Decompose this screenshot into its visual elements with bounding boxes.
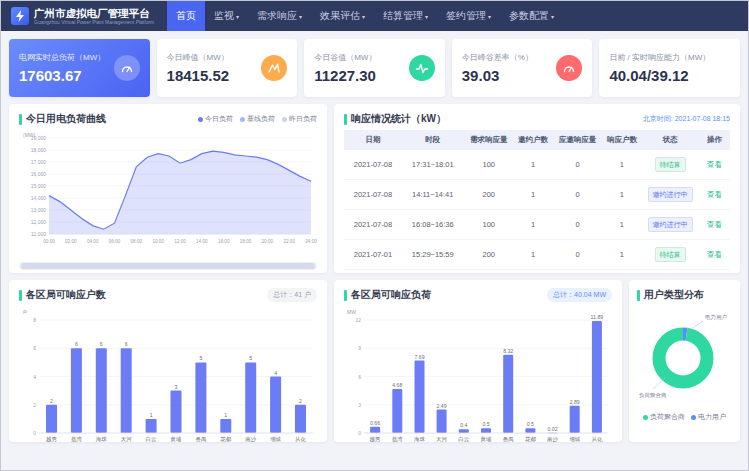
kpi-row: 电网实时总负荷（MW） 17603.67 今日峰值（MW） 18415.52 今… [1,31,748,97]
svg-text:24:00: 24:00 [305,239,317,244]
svg-text:06:00: 06:00 [109,239,121,244]
pulse-icon [409,55,435,81]
kpi-label: 今日峰值（MW） [167,52,230,63]
chevron-down-icon: ▾ [299,13,302,20]
column-header: 需求响应量 [464,130,514,150]
panel-title: 各区局可响应户数 [19,288,106,302]
svg-text:8: 8 [33,317,36,323]
district-load-panel: 各区局可响应负荷 总计：40.04 MW 036912MW0.66越秀4.68荔… [334,280,622,442]
svg-text:(MW): (MW) [23,132,36,138]
svg-text:1: 1 [224,412,227,418]
svg-text:02:00: 02:00 [65,239,77,244]
view-link[interactable]: 查看 [707,250,722,259]
kpi-card-today-valley: 今日谷值（MW） 11227.30 [304,39,445,97]
chevron-down-icon: ▾ [362,13,365,20]
svg-text:6: 6 [100,341,103,347]
view-link[interactable]: 查看 [707,160,722,169]
status-badge: 待结算 [655,157,686,172]
svg-text:0.02: 0.02 [547,426,557,432]
column-header: 状态 [641,130,699,150]
chart-zoom-handle[interactable] [21,263,315,269]
svg-text:6: 6 [33,345,36,351]
svg-text:从化: 从化 [295,436,307,443]
app-subtitle: Guangzhou Virtual Power Plant Management… [34,19,154,25]
svg-text:4: 4 [33,374,36,380]
district-load-chart: 036912MW0.66越秀4.68荔湾7.69海珠2.49天河0.4白云0.5… [344,306,612,446]
svg-text:增城: 增城 [569,436,581,442]
svg-text:0.5: 0.5 [527,421,534,427]
svg-text:11.89: 11.89 [591,314,604,320]
kpi-value: 40.04/39.12 [609,67,710,84]
column-header: 邀约户数 [514,130,553,150]
svg-text:南沙: 南沙 [245,436,257,443]
svg-text:16,000: 16,000 [31,171,47,177]
svg-text:2.49: 2.49 [437,403,447,409]
app-logo-icon [11,7,29,25]
view-link[interactable]: 查看 [707,220,722,229]
legend-item-baseline-load[interactable]: 基线负荷 [240,114,275,124]
svg-text:0.4: 0.4 [460,422,467,428]
svg-text:18:00: 18:00 [240,239,252,244]
legend-item-today-load[interactable]: 今日负荷 [198,114,233,124]
svg-text:6: 6 [125,341,128,347]
kpi-card-realtime-total-load: 电网实时总负荷（MW） 17603.67 [9,39,150,97]
view-link[interactable]: 查看 [707,190,722,199]
svg-text:08:00: 08:00 [131,239,143,244]
nav-item-3[interactable]: 效果评估▾ [311,1,374,31]
panel-title: 响应情况统计（kW） [344,112,446,126]
svg-text:海珠: 海珠 [414,436,426,443]
nav-item-0[interactable]: 首页 [167,1,205,31]
column-header: 操作 [699,130,730,150]
response-stats-title: 响应情况统计（kW） [351,112,446,126]
svg-text:增城: 增城 [270,436,282,442]
meter-icon [556,55,582,81]
gauge-icon [114,55,140,81]
legend-item-power-user[interactable]: 电力用户 [691,412,726,422]
title-accent [344,114,347,125]
svg-text:3: 3 [358,402,361,408]
svg-text:2: 2 [50,398,53,404]
total-badge: 总计：41 户 [267,288,317,302]
district-load-title: 各区局可响应负荷 [351,288,431,302]
kpi-label: 今日谷值（MW） [314,52,376,63]
chevron-down-icon: ▾ [425,13,428,20]
svg-text:花都: 花都 [220,436,232,443]
svg-text:22:00: 22:00 [283,239,295,244]
nav-item-1[interactable]: 监视▾ [205,1,248,31]
title-accent [637,290,640,301]
svg-text:白云: 白云 [146,436,158,443]
svg-text:番禺: 番禺 [503,436,514,443]
svg-text:04:00: 04:00 [87,239,99,244]
legend-item-yesterday-load[interactable]: 昨日负荷 [282,114,317,124]
svg-text:4: 4 [274,370,277,376]
table-row: 2021-07-0115:29~15:59200101待结算查看 [344,240,730,270]
top-navbar: 广州市虚拟电厂管理平台 Guangzhou Virtual Power Plan… [1,1,748,31]
nav-item-6[interactable]: 参数配置▾ [500,1,563,31]
column-header: 日期 [344,130,402,150]
nav-item-4[interactable]: 结算管理▾ [374,1,437,31]
chart-legend: 今日负荷 基线负荷 昨日负荷 [198,114,317,124]
svg-text:天河: 天河 [121,436,133,443]
svg-text:6: 6 [358,374,361,380]
legend-dot [198,117,203,122]
column-header: 应邀响应量 [552,130,602,150]
kpi-card-response-capacity: 日前 / 实时响应能力（MW） 40.04/39.12 [599,39,740,97]
svg-text:荔湾: 荔湾 [71,436,83,443]
legend-dot [643,415,648,420]
legend-dot [240,117,245,122]
title-accent [19,290,22,301]
svg-text:2: 2 [299,398,302,404]
response-table: 日期时段需求响应量邀约户数应邀响应量响应户数状态操作 2021-07-0817:… [344,130,730,270]
nav-item-5[interactable]: 签约管理▾ [437,1,500,31]
kpi-label: 日前 / 实时响应能力（MW） [609,52,710,63]
legend-item-aggregator[interactable]: 负荷聚合商 [643,412,685,422]
nav-item-2[interactable]: 需求响应▾ [248,1,311,31]
svg-text:0.5: 0.5 [482,421,489,427]
chart-zoom-slider[interactable] [19,262,317,270]
kpi-card-today-peak: 今日峰值（MW） 18415.52 [157,39,298,97]
svg-text:14,000: 14,000 [31,195,47,201]
panel-title: 各区局可响应负荷 [344,288,431,302]
svg-text:6: 6 [75,341,78,347]
svg-text:荔湾: 荔湾 [392,436,404,443]
svg-text:海珠: 海珠 [96,436,108,443]
